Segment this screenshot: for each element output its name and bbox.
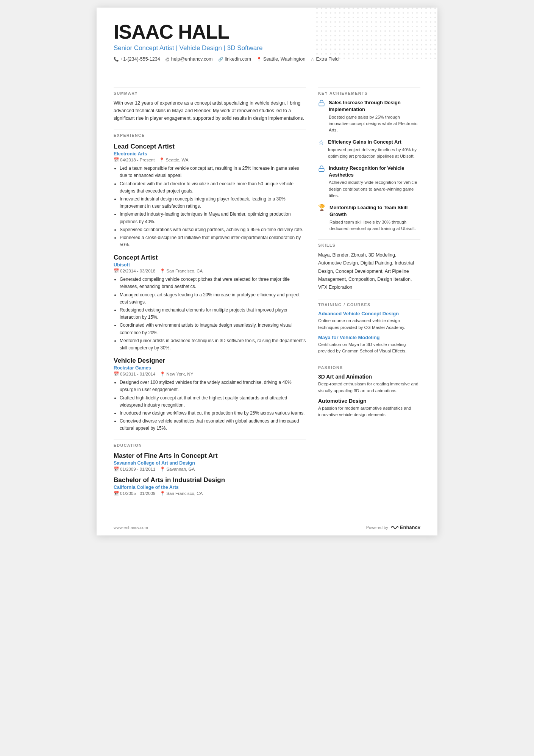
passion-2: Automotive Design A passion for modern a… — [318, 398, 420, 418]
job-1-company: Electronic Arts — [114, 151, 306, 157]
training-divider — [318, 299, 420, 299]
job-2-bullet-1: Generated compelling vehicle concept pit… — [120, 276, 306, 290]
training-section: TRAINING / COURSES Advanced Vehicle Conc… — [318, 299, 420, 354]
achievement-3: Industry Recognition for Vehicle Aesthet… — [318, 165, 420, 199]
job-2-bullet-3: Redesigned existing mechanical elements … — [120, 307, 306, 321]
achievement-4-content: Mentorship Leading to Team Skill Growth … — [329, 204, 420, 232]
achievements-section: KEY ACHIEVEMENTS Sales Increase through … — [318, 88, 420, 232]
job-3-meta: 📅 06/2011 - 01/2014 📍 New York, NY — [114, 371, 306, 377]
job-3-bullet-1: Designed over 100 stylized vehicles for … — [120, 379, 306, 393]
training-label: TRAINING / COURSES — [318, 302, 420, 307]
education-section: EDUCATION Master of Fine Arts in Concept… — [114, 440, 306, 496]
skills-section: SKILLS Maya, Blender, Zbrush, 3D Modelin… — [318, 239, 420, 291]
achievement-1-icon — [318, 100, 325, 108]
job-3-company: Rockstar Games — [114, 365, 306, 371]
calendar-icon-edu1: 📅 — [114, 466, 119, 472]
summary-text: With over 12 years of experience as a co… — [114, 99, 306, 122]
two-column-layout: SUMMARY With over 12 years of experience… — [114, 88, 420, 504]
footer-powered-by: Powered by Enhancv — [366, 524, 420, 530]
job-2-bullet-5: Mentored junior artists in advanced tech… — [120, 337, 306, 352]
achievement-1-content: Sales Increase through Design Implementa… — [329, 99, 420, 133]
job-1-bullet-5: Supervised collaborations with outsourci… — [120, 226, 306, 233]
job-1-bullet-1: Led a team responsible for vehicle conce… — [120, 165, 306, 179]
header-section: ISAAC HALL Senior Concept Artist | Vehic… — [97, 8, 437, 62]
training-2-desc: Certification on Maya for 3D vehicle mod… — [318, 341, 420, 355]
candidate-name: ISAAC HALL — [114, 21, 420, 43]
calendar-icon-3: 📅 — [114, 371, 119, 377]
resume-page: ISAAC HALL Senior Concept Artist | Vehic… — [97, 8, 437, 535]
calendar-icon-2: 📅 — [114, 268, 119, 274]
candidate-title: Senior Concept Artist | Vehicle Design |… — [114, 44, 420, 52]
job-1-title: Lead Concept Artist — [114, 143, 306, 150]
achievement-3-content: Industry Recognition for Vehicle Aesthet… — [329, 165, 420, 199]
location-icon: 📍 — [256, 57, 262, 62]
pin-icon-3: 📍 — [160, 371, 165, 377]
training-1-title: Advanced Vehicle Concept Design — [318, 311, 420, 316]
contact-email: @ help@enhancv.com — [166, 56, 213, 62]
achievement-2: ☆ Efficiency Gains in Concept Art Improv… — [318, 139, 420, 160]
job-1: Lead Concept Artist Electronic Arts 📅 04… — [114, 143, 306, 249]
job-2-bullet-2: Managed concept art stages leading to a … — [120, 291, 306, 306]
skills-label: SKILLS — [318, 243, 420, 247]
edu-1-meta: 📅 01/2009 - 01/2011 📍 Savannah, GA — [114, 466, 306, 472]
job-2-bullet-4: Coordinated with environment artists to … — [120, 322, 306, 336]
job-1-bullets: Led a team responsible for vehicle conce… — [114, 165, 306, 249]
resume-content: SUMMARY With over 12 years of experience… — [97, 62, 437, 519]
passion-2-title: Automotive Design — [318, 398, 420, 404]
training-2: Maya for Vehicle Modeling Certification … — [318, 335, 420, 355]
job-1-location: 📍 Seattle, WA — [159, 157, 188, 163]
pin-icon-1: 📍 — [159, 157, 164, 163]
achievement-4: 🏆 Mentorship Leading to Team Skill Growt… — [318, 204, 420, 232]
edu-2-dates: 📅 01/2005 - 01/2009 — [114, 491, 155, 496]
job-3-title: Vehicle Designer — [114, 357, 306, 365]
achievements-divider — [318, 88, 420, 88]
job-3: Vehicle Designer Rockstar Games 📅 06/201… — [114, 357, 306, 432]
education-label: EDUCATION — [114, 443, 306, 448]
contact-location: 📍 Seattle, Washington — [256, 56, 305, 62]
right-column: KEY ACHIEVEMENTS Sales Increase through … — [318, 88, 420, 504]
job-1-meta: 📅 04/2018 - Present 📍 Seattle, WA — [114, 157, 306, 163]
edu-2-location: 📍 San Francisco, CA — [160, 491, 203, 496]
job-3-location: 📍 New York, NY — [160, 371, 193, 377]
job-2-title: Concept Artist — [114, 254, 306, 261]
job-3-bullet-2: Crafted high-fidelity concept art that m… — [120, 394, 306, 409]
training-1: Advanced Vehicle Concept Design Online c… — [318, 311, 420, 331]
edu-1-location: 📍 Savannah, GA — [160, 466, 195, 472]
summary-label: SUMMARY — [114, 91, 306, 95]
achievements-label: KEY ACHIEVEMENTS — [318, 91, 420, 95]
achievement-4-icon: 🏆 — [318, 205, 326, 211]
passion-1-desc: Deep-rooted enthusiasm for creating imme… — [318, 381, 420, 394]
achievement-2-content: Efficiency Gains in Concept Art Improved… — [328, 139, 420, 160]
contact-row: 📞 +1-(234)-555-1234 @ help@enhancv.com 🔗… — [114, 56, 420, 62]
job-2-location: 📍 San Francisco, CA — [160, 268, 203, 274]
edu-2-degree: Bachelor of Arts in Industrial Design — [114, 476, 306, 484]
left-column: SUMMARY With over 12 years of experience… — [114, 88, 306, 504]
edu-2-school: California College of the Arts — [114, 485, 306, 490]
training-2-title: Maya for Vehicle Modeling — [318, 335, 420, 340]
job-2-bullets: Generated compelling vehicle concept pit… — [114, 276, 306, 352]
achievement-2-icon: ☆ — [318, 139, 324, 146]
calendar-icon-1: 📅 — [114, 157, 119, 163]
achievement-1: Sales Increase through Design Implementa… — [318, 99, 420, 133]
job-3-dates: 📅 06/2011 - 01/2014 — [114, 371, 155, 377]
footer-url: www.enhancv.com — [114, 525, 148, 530]
experience-section: EXPERIENCE Lead Concept Artist Electroni… — [114, 130, 306, 432]
job-1-dates: 📅 04/2018 - Present — [114, 157, 155, 163]
contact-phone: 📞 +1-(234)-555-1234 — [114, 56, 160, 62]
job-2: Concept Artist Ubisoft 📅 02/2014 - 03/20… — [114, 254, 306, 352]
edu-2: Bachelor of Arts in Industrial Design Ca… — [114, 476, 306, 496]
pin-icon-edu2: 📍 — [160, 491, 165, 496]
contact-extra: ☆ Extra Field — [311, 56, 339, 62]
job-1-bullet-4: Implemented industry-leading techniques … — [120, 211, 306, 225]
passions-divider — [318, 362, 420, 362]
pin-icon-2: 📍 — [160, 268, 165, 274]
job-1-bullet-3: Innovated industrial design concepts int… — [120, 196, 306, 210]
summary-divider — [114, 88, 306, 88]
job-3-bullet-3: Introduced new design workflows that cut… — [120, 410, 306, 417]
edu-2-meta: 📅 01/2005 - 01/2009 📍 San Francisco, CA — [114, 491, 306, 496]
skills-divider — [318, 239, 420, 240]
experience-label: EXPERIENCE — [114, 133, 306, 138]
summary-section: SUMMARY With over 12 years of experience… — [114, 88, 306, 122]
job-2-meta: 📅 02/2014 - 03/2018 📍 San Francisco, CA — [114, 268, 306, 274]
passion-1: 3D Art and Animation Deep-rooted enthusi… — [318, 374, 420, 394]
